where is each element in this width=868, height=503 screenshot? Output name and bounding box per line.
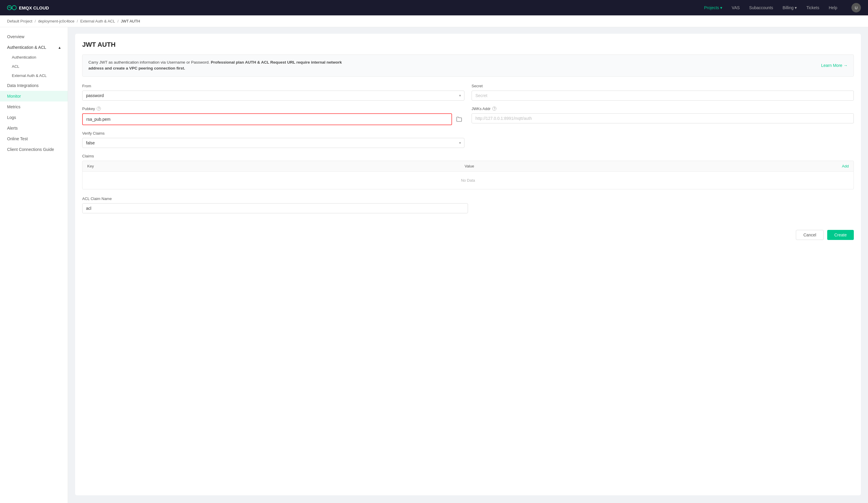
claims-value-header: Value	[460, 161, 837, 171]
pubkey-input-wrapper	[82, 113, 452, 125]
main-content: JWT AUTH Carry JWT as authentication inf…	[68, 27, 868, 503]
nav-tickets[interactable]: Tickets	[806, 5, 819, 10]
from-select-wrapper: password username	[82, 91, 464, 101]
from-secret-row: From password username Secret	[82, 84, 854, 101]
avatar[interactable]: U	[851, 3, 861, 12]
from-group: From password username	[82, 84, 464, 101]
learn-more-link[interactable]: Learn More →	[821, 62, 848, 69]
nav-vas[interactable]: VAS	[732, 5, 740, 10]
footer-actions: Cancel Create	[82, 225, 854, 240]
content-card: JWT AUTH Carry JWT as authentication inf…	[75, 34, 861, 495]
breadcrumb-deployment[interactable]: deployment-jc0c4bce	[38, 19, 74, 23]
sidebar: Overview Authentication & ACL ▴ Authenti…	[0, 27, 68, 503]
app-title: EMQX CLOUD	[19, 5, 49, 10]
sidebar-item-data-integrations[interactable]: Data Integrations	[0, 80, 68, 91]
section-collapse-icon: ▴	[59, 45, 61, 50]
claims-key-header: Key	[82, 161, 460, 171]
sidebar-item-online-test[interactable]: Online Test	[0, 133, 68, 144]
acl-claim-input[interactable]	[82, 203, 468, 213]
projects-arrow-icon: ▾	[720, 5, 722, 10]
svg-point-1	[12, 6, 16, 10]
secret-input[interactable]	[472, 91, 854, 101]
breadcrumb-default-project[interactable]: Default Project	[7, 19, 32, 23]
verify-claims-label: Verify Claims	[82, 131, 464, 135]
sidebar-item-authentication[interactable]: Authentication	[0, 53, 68, 62]
breadcrumb: Default Project / deployment-jc0c4bce / …	[0, 16, 868, 27]
claims-label: Claims	[82, 154, 854, 158]
claims-table-header: Key Value Add	[82, 161, 854, 172]
pubkey-help-icon[interactable]: ?	[97, 107, 101, 111]
nav-billing[interactable]: Billing ▾	[783, 5, 797, 10]
secret-label: Secret	[472, 84, 854, 88]
verify-claims-select-wrapper: false true	[82, 138, 464, 148]
info-banner-text: Carry JWT as authentication information …	[89, 60, 354, 72]
billing-arrow-icon: ▾	[795, 5, 797, 10]
jwks-input[interactable]	[472, 113, 854, 123]
pubkey-label: Pubkey ?	[82, 107, 464, 111]
navbar-links: Projects ▾ VAS Subaccounts Billing ▾ Tic…	[704, 3, 861, 12]
pubkey-group: Pubkey ?	[82, 107, 464, 125]
claims-add-button[interactable]: Add	[837, 161, 854, 171]
nav-help[interactable]: Help	[829, 5, 837, 10]
sidebar-item-metrics[interactable]: Metrics	[0, 101, 68, 112]
sidebar-section-auth-acl[interactable]: Authentication & ACL ▴	[0, 42, 68, 53]
svg-point-0	[7, 6, 11, 10]
jwks-label: JWKs Addr ?	[472, 107, 854, 111]
pubkey-input[interactable]	[83, 115, 452, 123]
jwks-group: JWKs Addr ?	[472, 107, 854, 125]
cancel-button[interactable]: Cancel	[796, 230, 824, 240]
sidebar-item-external-auth[interactable]: External Auth & ACL	[0, 71, 68, 80]
nav-projects[interactable]: Projects ▾	[704, 5, 723, 10]
info-banner: Carry JWT as authentication information …	[82, 54, 854, 77]
verify-claims-group: Verify Claims false true	[82, 131, 464, 148]
claims-table-body: No Data	[82, 172, 854, 189]
breadcrumb-jwt-auth: JWT AUTH	[121, 19, 140, 23]
app-logo: EMQX CLOUD	[7, 5, 49, 11]
pubkey-jwks-row: Pubkey ?	[82, 107, 854, 125]
sidebar-item-logs[interactable]: Logs	[0, 112, 68, 123]
nav-subaccounts[interactable]: Subaccounts	[749, 5, 773, 10]
create-button[interactable]: Create	[827, 230, 854, 240]
sidebar-item-client-guide[interactable]: Client Connections Guide	[0, 144, 68, 155]
page-layout: Overview Authentication & ACL ▴ Authenti…	[0, 27, 868, 503]
acl-claim-group: ACL Claim Name	[82, 197, 468, 213]
breadcrumb-external-auth[interactable]: External Auth & ACL	[80, 19, 115, 23]
secret-group: Secret	[472, 84, 854, 101]
sidebar-item-monitor[interactable]: Monitor	[0, 91, 68, 101]
jwks-help-icon[interactable]: ?	[492, 107, 496, 111]
sidebar-item-alerts[interactable]: Alerts	[0, 123, 68, 133]
navbar: EMQX CLOUD Projects ▾ VAS Subaccounts Bi…	[0, 0, 868, 16]
claims-section: Claims Key Value Add No Data	[82, 154, 854, 189]
from-label: From	[82, 84, 464, 88]
file-upload-icon[interactable]	[454, 114, 464, 124]
verify-claims-row: Verify Claims false true	[82, 131, 854, 148]
verify-claims-select[interactable]: false true	[82, 138, 464, 148]
sidebar-item-acl[interactable]: ACL	[0, 62, 68, 71]
sidebar-item-overview[interactable]: Overview	[0, 31, 68, 42]
from-select[interactable]: password username	[82, 91, 464, 101]
info-text-normal: Carry JWT as authentication information …	[89, 60, 211, 64]
claims-empty-text: No Data	[461, 178, 475, 183]
page-title: JWT AUTH	[82, 41, 854, 49]
acl-claim-label: ACL Claim Name	[82, 197, 468, 201]
